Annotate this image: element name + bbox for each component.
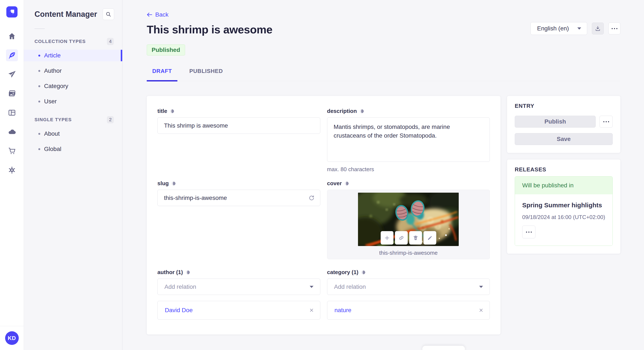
media-library-icon[interactable] — [6, 88, 18, 100]
locale-select[interactable]: English (en) — [530, 22, 587, 35]
sidebar-item-label: User — [44, 98, 57, 105]
content-type-builder-icon[interactable] — [6, 107, 18, 119]
home-icon[interactable] — [6, 30, 18, 42]
globe-icon — [186, 270, 190, 275]
tab-draft[interactable]: DRAFT — [147, 68, 178, 81]
content-manager-icon[interactable] — [6, 49, 18, 61]
cover-image[interactable] — [358, 193, 459, 246]
bullet-icon — [38, 85, 40, 87]
download-icon — [595, 25, 601, 31]
strapi-logo[interactable] — [6, 6, 18, 18]
sidebar-divider — [34, 28, 45, 29]
bullet-icon — [38, 70, 40, 72]
export-download-button[interactable] — [592, 22, 604, 34]
sidebar-item-category[interactable]: Category — [24, 80, 122, 92]
publish-button[interactable]: Publish — [515, 116, 596, 128]
category-relation-item: nature — [327, 301, 490, 320]
remove-relation-button[interactable] — [478, 308, 484, 313]
bullet-icon — [38, 101, 40, 103]
description-textarea[interactable]: Mantis shrimps, or stomatopods, are mari… — [327, 117, 490, 162]
sidebar-search-button[interactable] — [103, 8, 114, 20]
section-label: COLLECTION TYPES — [34, 39, 86, 44]
field-author: author (1) Add relation David Doe — [158, 269, 320, 320]
regenerate-slug-button[interactable] — [308, 195, 315, 201]
main-content: English (en) Back This shrimp is awesome… — [122, 0, 644, 350]
globe-icon — [361, 270, 366, 275]
deploy-cloud-icon[interactable] — [6, 126, 18, 138]
globe-icon — [344, 181, 349, 186]
collection-types-section: COLLECTION TYPES 4 Article Author Catego… — [24, 38, 122, 107]
author-relation-item: David Doe — [158, 301, 320, 320]
add-media-button[interactable] — [380, 231, 393, 245]
title-input[interactable] — [158, 117, 320, 134]
sidebar-item-author[interactable]: Author — [24, 65, 122, 77]
more-icon — [612, 28, 618, 29]
field-category-label: category (1) — [327, 269, 358, 276]
section-count-badge: 2 — [107, 116, 114, 123]
releases-panel-title: RELEASES — [515, 166, 613, 173]
slug-input[interactable] — [158, 190, 320, 206]
relation-placeholder: Add relation — [334, 283, 366, 290]
marketplace-cart-icon[interactable] — [6, 145, 18, 157]
release-more-button[interactable] — [522, 226, 536, 238]
chevron-down-icon — [310, 286, 314, 288]
entry-more-button[interactable] — [600, 116, 613, 128]
bullet-icon — [38, 55, 40, 57]
sidebar-item-label: About — [44, 130, 60, 137]
sidebar-item-global[interactable]: Global — [24, 143, 122, 155]
cover-action-toolbar — [380, 231, 436, 245]
settings-gear-icon[interactable] — [6, 164, 18, 176]
field-title-label: title — [158, 108, 167, 114]
relation-link[interactable]: nature — [334, 307, 352, 314]
strapi-logo-icon — [6, 6, 18, 18]
sidebar-item-article[interactable]: Article — [24, 50, 122, 61]
copy-link-button[interactable] — [395, 231, 408, 245]
sidebar-item-user[interactable]: User — [24, 96, 122, 107]
releases-panel: RELEASES Will be published in Spring Sum… — [507, 160, 620, 254]
release-status: Will be published in — [515, 176, 612, 194]
tab-published[interactable]: PUBLISHED — [184, 68, 228, 81]
header-more-button[interactable] — [608, 22, 620, 34]
description-hint: max. 80 characters — [327, 166, 490, 173]
entry-panel-title: ENTRY — [515, 103, 613, 109]
author-relation-select[interactable]: Add relation — [158, 279, 320, 295]
entry-form-card: title description Mantis shrimps, or sto… — [147, 96, 500, 335]
refresh-icon — [308, 195, 315, 201]
sidebar-title: Content Manager — [34, 10, 97, 19]
sidebar-item-label: Category — [44, 83, 68, 90]
globe-icon — [171, 181, 176, 186]
sidebar-item-label: Author — [44, 67, 62, 74]
relation-link[interactable]: David Doe — [165, 307, 193, 314]
status-badge: Published — [147, 44, 185, 55]
globe-icon — [170, 109, 174, 114]
sidebar-item-label: Article — [44, 52, 61, 59]
more-icon — [603, 121, 609, 122]
relation-placeholder: Add relation — [164, 283, 196, 290]
single-types-section: SINGLE TYPES 2 About Global — [24, 116, 122, 155]
close-icon — [309, 308, 314, 313]
remove-relation-button[interactable] — [309, 308, 314, 313]
floating-widget[interactable] — [422, 346, 465, 350]
globe-icon — [360, 109, 364, 114]
releases-icon[interactable] — [6, 68, 18, 80]
edit-media-button[interactable] — [423, 231, 436, 245]
app-nav: KD — [0, 0, 24, 350]
link-icon — [398, 235, 404, 241]
content-manager-sidebar: Content Manager COLLECTION TYPES 4 Artic… — [24, 0, 122, 350]
field-author-label: author (1) — [158, 269, 183, 276]
delete-media-button[interactable] — [409, 231, 422, 245]
version-tabs: DRAFT PUBLISHED — [147, 68, 620, 81]
back-link[interactable]: Back — [147, 11, 168, 18]
chevron-down-icon — [479, 286, 483, 288]
save-button[interactable]: Save — [515, 133, 613, 145]
field-title: title — [158, 108, 320, 180]
sidebar-item-about[interactable]: About — [24, 128, 122, 140]
field-description: description Mantis shrimps, or stomatopo… — [327, 108, 490, 180]
release-name: Spring Summer highlights — [522, 201, 605, 209]
user-avatar[interactable]: KD — [5, 331, 19, 345]
section-label: SINGLE TYPES — [34, 117, 72, 123]
field-description-label: description — [327, 108, 357, 114]
sidebar-item-label: Global — [44, 146, 61, 153]
category-relation-select[interactable]: Add relation — [327, 279, 490, 295]
more-icon — [526, 232, 532, 233]
